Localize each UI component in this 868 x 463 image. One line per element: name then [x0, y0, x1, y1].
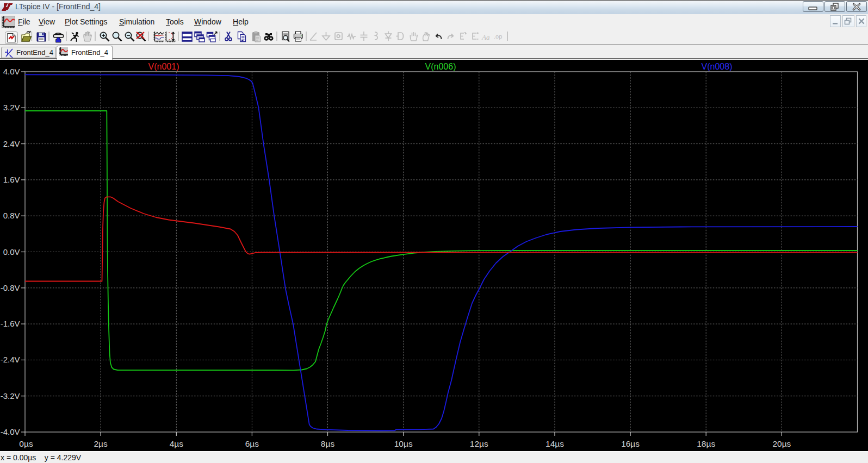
svg-text:3.2V: 3.2V — [3, 103, 20, 112]
svg-text:Aa: Aa — [481, 33, 490, 41]
svg-text:16µs: 16µs — [621, 439, 640, 448]
svg-text:0.8V: 0.8V — [3, 211, 20, 220]
svg-text:0µs: 0µs — [19, 439, 33, 448]
svg-text:4µs: 4µs — [170, 439, 184, 448]
svg-text:18µs: 18µs — [697, 439, 715, 448]
svg-text:-1.6V: -1.6V — [1, 319, 20, 328]
svg-text:2µs: 2µs — [94, 439, 108, 448]
svg-text:1.6V: 1.6V — [3, 175, 20, 184]
svg-text:14µs: 14µs — [545, 439, 564, 448]
svg-text:2.4V: 2.4V — [3, 139, 20, 148]
svg-text:V(n001): V(n001) — [148, 62, 179, 71]
svg-text:-4.0V: -4.0V — [1, 427, 20, 436]
svg-text:4.0V: 4.0V — [3, 67, 20, 76]
svg-text:V(n008): V(n008) — [702, 62, 733, 71]
svg-text:-2.4V: -2.4V — [1, 355, 20, 364]
svg-text:10µs: 10µs — [394, 439, 413, 448]
svg-text:.op: .op — [494, 33, 502, 40]
svg-text:12µs: 12µs — [470, 439, 488, 448]
svg-text:0.0V: 0.0V — [3, 247, 20, 256]
svg-text:8µs: 8µs — [321, 439, 335, 448]
svg-text:-3.2V: -3.2V — [1, 391, 20, 401]
svg-text:V(n006): V(n006) — [425, 62, 456, 71]
svg-text:-0.8V: -0.8V — [1, 283, 20, 292]
svg-text:20µs: 20µs — [772, 439, 791, 448]
svg-text:6µs: 6µs — [245, 439, 259, 448]
